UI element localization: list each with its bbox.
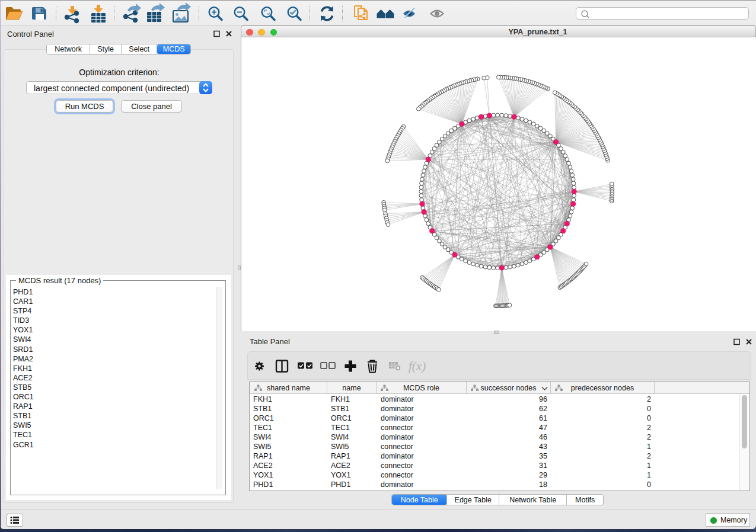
svg-text:f(x): f(x) [409, 359, 426, 373]
